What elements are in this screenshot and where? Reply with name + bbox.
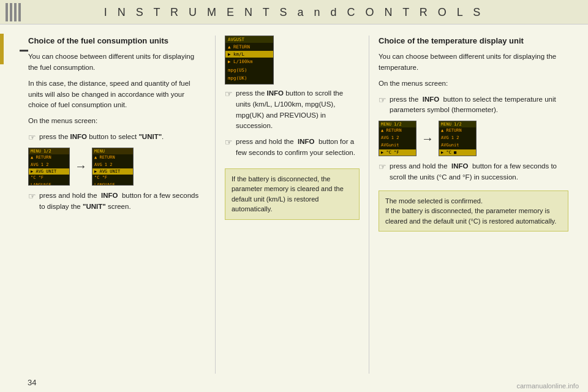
left-para1: You can choose between different units f… <box>28 51 206 74</box>
bullet-icon-2: ☞ <box>28 191 36 201</box>
screen-right-1: MENU ▲ RETURN AVG 1 2 ▶ AVG UNIT °C °F L… <box>92 148 134 186</box>
ms-kml: ▶ km/L <box>225 51 273 58</box>
ts-r-r4: ▶ °C ■ <box>439 149 476 156</box>
page-number: 34 <box>28 378 36 387</box>
ms-header: AVGUST <box>225 36 273 43</box>
left-bullet1: ☞ press the INFO button to select "UNIT"… <box>28 132 206 143</box>
ms-l100km: ▶ L/100km <box>225 58 273 66</box>
screen-l1-r3: ▶ AVG UNIT <box>29 168 69 175</box>
ts-l-r2: AVG 1 2 <box>379 135 416 142</box>
sidebar-accent <box>0 34 4 64</box>
page-title: I N S T R U M E N T S a n d C O N T R O … <box>104 6 484 18</box>
info-bold-r2: INFO <box>451 162 468 170</box>
screen-left-1: MENU 1/2 ▲ RETURN AVG 1 2 ▶ AVG UNIT °C … <box>28 148 70 186</box>
on-menus-label: On the menus screen: <box>28 116 206 127</box>
temp-screen-right: MENU 1/2 ▲ RETURN AVG 1 2 AVGunit ▶ °C ■… <box>439 121 477 156</box>
center-bullet1: ☞ press the INFO button to scroll the un… <box>225 88 360 132</box>
ts-r-r3: AVGunit <box>439 142 476 149</box>
unit-bold: "UNIT" <box>138 133 162 140</box>
screen-r1-r5: LANGUAGE <box>92 182 133 186</box>
stripe-bar <box>14 3 17 21</box>
screen-l1-header: MENU 1/2 <box>29 148 69 154</box>
right-bullet2: ☞ press and hold the INFO button for a f… <box>379 161 568 183</box>
center-bullet2-text: press and hold the INFO button for a few… <box>236 137 360 159</box>
main-screen-box: AVGUST ▲ RETURN ▶ km/L ▶ L/100km mpg(US)… <box>225 36 274 85</box>
right-note-text: The mode selected is confirmed.If the ba… <box>385 197 556 225</box>
screen-r1-r4: °C °F <box>92 175 133 182</box>
bullet-icon-c2: ☞ <box>225 137 233 147</box>
screen-r1-r2: AVG 1 2 <box>92 162 133 169</box>
center-note-box: If the battery is disconnected, the para… <box>225 168 360 220</box>
info-bold-c1: INFO <box>267 89 284 97</box>
center-note-text: If the battery is disconnected, the para… <box>232 175 344 213</box>
ts-l-header: MENU 1/2 <box>379 121 416 127</box>
ts-r-r5: LANGUAGE <box>439 156 476 157</box>
info-bold-2: INFO <box>101 192 118 199</box>
center-column: AVGUST ▲ RETURN ▶ km/L ▶ L/100km mpg(US)… <box>225 36 360 374</box>
info-bold-r1: INFO <box>423 96 439 103</box>
temp-screen-left: MENU 1/2 ▲ RETURN AVG 1 2 AVGunit ▶ °C °… <box>379 121 417 156</box>
info-bold-c2: INFO <box>298 138 314 145</box>
screen-l1-r5: LANGUAGE <box>29 182 69 186</box>
right-bullet1: ☞ press the INFO button to select the te… <box>379 94 568 116</box>
temp-screen-row: MENU 1/2 ▲ RETURN AVG 1 2 AVGunit ▶ °C °… <box>379 121 568 156</box>
right-column: Choice of the temperature display unit Y… <box>379 36 568 374</box>
screen-r1-r3: ▶ AVG UNIT <box>92 168 133 175</box>
main-screen-area: AVGUST ▲ RETURN ▶ km/L ▶ L/100km mpg(US)… <box>225 36 274 85</box>
ts-l-r4: ▶ °C °F <box>379 149 416 156</box>
center-bullet1-text: press the INFO button to scroll the unit… <box>236 88 360 132</box>
screen-l1-r2: AVG 1 2 <box>29 162 69 169</box>
col-divider-2 <box>369 36 369 374</box>
ts-l-r5: LANGUAGE <box>379 156 416 157</box>
left-bullet2: ☞ press and hold the INFO button for a f… <box>28 190 206 213</box>
watermark: carmanualonline.info <box>516 382 579 390</box>
right-section-title: Choice of the temperature display unit <box>379 36 568 47</box>
screen-r1-header: MENU <box>92 148 133 154</box>
ms-mpguk: mpg(UK) <box>225 74 273 82</box>
left-para2: In this case, the distance, speed and qu… <box>28 78 206 111</box>
bullet-icon-r1: ☞ <box>379 95 386 105</box>
ts-r-header: MENU 1/2 <box>439 121 476 127</box>
left-bullet2-text: press and hold the INFO button for a few… <box>39 190 206 213</box>
arrow-right-icon: → <box>75 159 87 173</box>
screen-row-left: MENU 1/2 ▲ RETURN AVG 1 2 ▶ AVG UNIT °C … <box>28 148 206 186</box>
ts-l-r3: AVGunit <box>379 142 416 149</box>
left-column: Choice of the fuel consumption units You… <box>28 36 206 374</box>
right-note-box: The mode selected is confirmed.If the ba… <box>379 190 568 232</box>
stripe-bar <box>10 3 12 21</box>
right-para1: You can choose between different units f… <box>379 51 568 74</box>
screen-l1-r1: ▲ RETURN <box>29 154 69 162</box>
col-divider-1 <box>215 36 216 374</box>
page-header: I N S T R U M E N T S a n d C O N T R O … <box>0 0 588 24</box>
bullet-icon-1: ☞ <box>28 132 36 142</box>
sidebar-stripe: I <box>0 0 23 392</box>
stripe-bars <box>6 3 21 21</box>
center-bullet2: ☞ press and hold the INFO button for a f… <box>225 137 360 159</box>
screen-l1-r4: °C °F <box>29 175 69 182</box>
info-bold-1: INFO <box>70 133 87 140</box>
right-bullet2-text: press and hold the INFO button for a few… <box>390 161 568 183</box>
stripe-bar <box>18 3 21 21</box>
main-content: Choice of the fuel consumption units You… <box>23 29 588 380</box>
right-bullet1-text: press the INFO button to select the temp… <box>390 94 568 116</box>
unit-screen-bold: "UNIT" <box>83 203 106 210</box>
left-section-title: Choice of the fuel consumption units <box>28 36 206 47</box>
bullet-icon-c1: ☞ <box>225 89 233 99</box>
ts-r-r2: AVG 1 2 <box>439 135 476 142</box>
bullet-icon-r2: ☞ <box>379 162 386 172</box>
left-bullet1-text: press the INFO button to select "UNIT". <box>39 132 164 143</box>
right-on-menus: On the menus screen: <box>379 78 568 89</box>
ts-r-r1: ▲ RETURN <box>439 127 476 135</box>
ts-l-r1: ▲ RETURN <box>379 127 416 135</box>
temp-arrow-icon: → <box>421 132 434 146</box>
ms-return: ▲ RETURN <box>225 43 273 51</box>
stripe-bar <box>6 3 8 21</box>
screen-r1-r1: ▲ RETURN <box>92 154 133 162</box>
ms-mpgus: mpg(US) <box>225 66 273 74</box>
